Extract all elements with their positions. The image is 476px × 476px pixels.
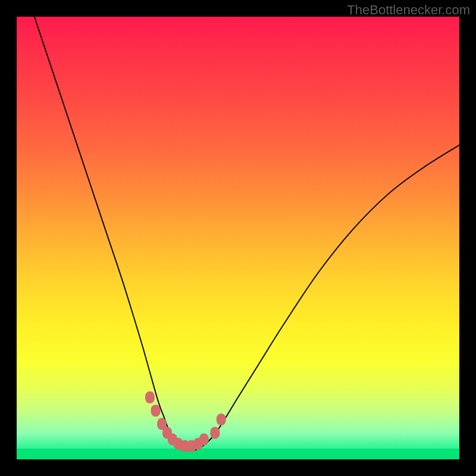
watermark-text: TheBottlenecker.com — [347, 2, 470, 18]
heat-gradient — [17, 17, 459, 459]
outer-frame: TheBottlenecker.com — [0, 0, 476, 476]
plot-area — [17, 17, 459, 459]
optimal-band — [17, 449, 459, 459]
